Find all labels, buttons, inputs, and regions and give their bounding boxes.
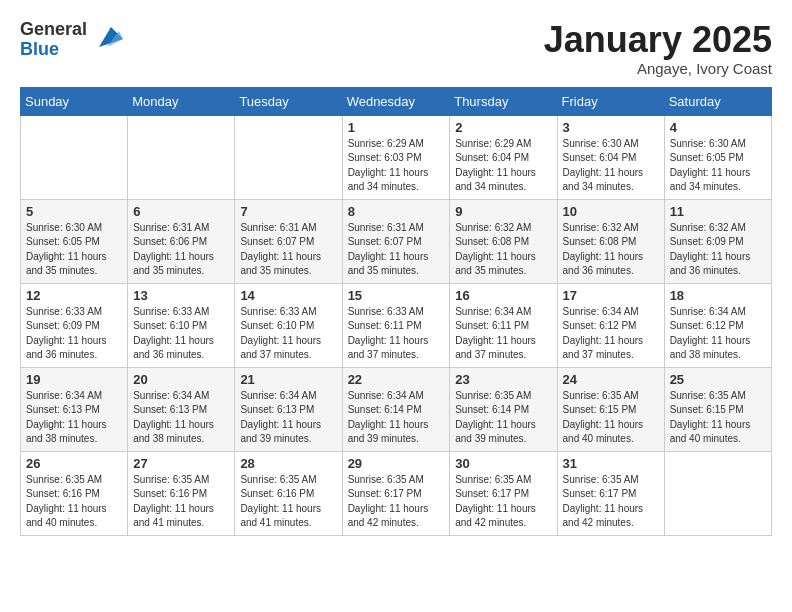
day-number: 25 (670, 372, 766, 387)
calendar-cell: 21Sunrise: 6:34 AM Sunset: 6:13 PM Dayli… (235, 367, 342, 451)
month-title: January 2025 (544, 20, 772, 60)
day-info: Sunrise: 6:29 AM Sunset: 6:03 PM Dayligh… (348, 137, 445, 195)
calendar-cell: 30Sunrise: 6:35 AM Sunset: 6:17 PM Dayli… (450, 451, 557, 535)
calendar-cell: 26Sunrise: 6:35 AM Sunset: 6:16 PM Dayli… (21, 451, 128, 535)
weekday-header: Sunday (21, 87, 128, 115)
day-number: 7 (240, 204, 336, 219)
calendar-cell: 1Sunrise: 6:29 AM Sunset: 6:03 PM Daylig… (342, 115, 450, 199)
day-info: Sunrise: 6:33 AM Sunset: 6:11 PM Dayligh… (348, 305, 445, 363)
day-number: 30 (455, 456, 551, 471)
day-number: 16 (455, 288, 551, 303)
calendar-cell (128, 115, 235, 199)
calendar-cell: 10Sunrise: 6:32 AM Sunset: 6:08 PM Dayli… (557, 199, 664, 283)
day-number: 5 (26, 204, 122, 219)
day-info: Sunrise: 6:34 AM Sunset: 6:13 PM Dayligh… (133, 389, 229, 447)
title-block: January 2025 Angaye, Ivory Coast (544, 20, 772, 77)
calendar-week-row: 19Sunrise: 6:34 AM Sunset: 6:13 PM Dayli… (21, 367, 772, 451)
day-number: 19 (26, 372, 122, 387)
calendar-cell (21, 115, 128, 199)
day-number: 6 (133, 204, 229, 219)
calendar-cell: 7Sunrise: 6:31 AM Sunset: 6:07 PM Daylig… (235, 199, 342, 283)
day-number: 24 (563, 372, 659, 387)
calendar-cell: 19Sunrise: 6:34 AM Sunset: 6:13 PM Dayli… (21, 367, 128, 451)
calendar-cell: 25Sunrise: 6:35 AM Sunset: 6:15 PM Dayli… (664, 367, 771, 451)
day-number: 3 (563, 120, 659, 135)
calendar-cell: 14Sunrise: 6:33 AM Sunset: 6:10 PM Dayli… (235, 283, 342, 367)
day-info: Sunrise: 6:34 AM Sunset: 6:11 PM Dayligh… (455, 305, 551, 363)
day-info: Sunrise: 6:35 AM Sunset: 6:15 PM Dayligh… (670, 389, 766, 447)
day-info: Sunrise: 6:32 AM Sunset: 6:08 PM Dayligh… (563, 221, 659, 279)
day-number: 9 (455, 204, 551, 219)
day-number: 11 (670, 204, 766, 219)
weekday-header-row: SundayMondayTuesdayWednesdayThursdayFrid… (21, 87, 772, 115)
day-info: Sunrise: 6:35 AM Sunset: 6:17 PM Dayligh… (563, 473, 659, 531)
day-info: Sunrise: 6:33 AM Sunset: 6:10 PM Dayligh… (240, 305, 336, 363)
day-number: 14 (240, 288, 336, 303)
calendar-cell: 2Sunrise: 6:29 AM Sunset: 6:04 PM Daylig… (450, 115, 557, 199)
day-number: 26 (26, 456, 122, 471)
day-info: Sunrise: 6:35 AM Sunset: 6:15 PM Dayligh… (563, 389, 659, 447)
day-info: Sunrise: 6:34 AM Sunset: 6:12 PM Dayligh… (563, 305, 659, 363)
day-info: Sunrise: 6:31 AM Sunset: 6:07 PM Dayligh… (240, 221, 336, 279)
calendar-cell (235, 115, 342, 199)
page-header: General Blue January 2025 Angaye, Ivory … (20, 20, 772, 77)
calendar-table: SundayMondayTuesdayWednesdayThursdayFrid… (20, 87, 772, 536)
calendar-cell (664, 451, 771, 535)
day-number: 15 (348, 288, 445, 303)
day-number: 13 (133, 288, 229, 303)
weekday-header: Wednesday (342, 87, 450, 115)
day-number: 22 (348, 372, 445, 387)
calendar-cell: 18Sunrise: 6:34 AM Sunset: 6:12 PM Dayli… (664, 283, 771, 367)
calendar-cell: 13Sunrise: 6:33 AM Sunset: 6:10 PM Dayli… (128, 283, 235, 367)
day-info: Sunrise: 6:32 AM Sunset: 6:08 PM Dayligh… (455, 221, 551, 279)
day-number: 17 (563, 288, 659, 303)
calendar-cell: 27Sunrise: 6:35 AM Sunset: 6:16 PM Dayli… (128, 451, 235, 535)
calendar-cell: 16Sunrise: 6:34 AM Sunset: 6:11 PM Dayli… (450, 283, 557, 367)
day-info: Sunrise: 6:34 AM Sunset: 6:13 PM Dayligh… (26, 389, 122, 447)
calendar-cell: 4Sunrise: 6:30 AM Sunset: 6:05 PM Daylig… (664, 115, 771, 199)
day-number: 12 (26, 288, 122, 303)
calendar-cell: 15Sunrise: 6:33 AM Sunset: 6:11 PM Dayli… (342, 283, 450, 367)
day-info: Sunrise: 6:34 AM Sunset: 6:13 PM Dayligh… (240, 389, 336, 447)
logo-blue: Blue (20, 39, 59, 59)
day-info: Sunrise: 6:31 AM Sunset: 6:06 PM Dayligh… (133, 221, 229, 279)
calendar-cell: 3Sunrise: 6:30 AM Sunset: 6:04 PM Daylig… (557, 115, 664, 199)
calendar-cell: 17Sunrise: 6:34 AM Sunset: 6:12 PM Dayli… (557, 283, 664, 367)
day-number: 29 (348, 456, 445, 471)
weekday-header: Monday (128, 87, 235, 115)
calendar-cell: 29Sunrise: 6:35 AM Sunset: 6:17 PM Dayli… (342, 451, 450, 535)
day-number: 1 (348, 120, 445, 135)
day-info: Sunrise: 6:30 AM Sunset: 6:04 PM Dayligh… (563, 137, 659, 195)
day-number: 31 (563, 456, 659, 471)
day-info: Sunrise: 6:34 AM Sunset: 6:12 PM Dayligh… (670, 305, 766, 363)
day-number: 18 (670, 288, 766, 303)
calendar-cell: 24Sunrise: 6:35 AM Sunset: 6:15 PM Dayli… (557, 367, 664, 451)
weekday-header: Tuesday (235, 87, 342, 115)
calendar-cell: 8Sunrise: 6:31 AM Sunset: 6:07 PM Daylig… (342, 199, 450, 283)
weekday-header: Friday (557, 87, 664, 115)
calendar-cell: 23Sunrise: 6:35 AM Sunset: 6:14 PM Dayli… (450, 367, 557, 451)
day-number: 20 (133, 372, 229, 387)
day-info: Sunrise: 6:34 AM Sunset: 6:14 PM Dayligh… (348, 389, 445, 447)
day-number: 23 (455, 372, 551, 387)
day-info: Sunrise: 6:35 AM Sunset: 6:16 PM Dayligh… (26, 473, 122, 531)
calendar-cell: 12Sunrise: 6:33 AM Sunset: 6:09 PM Dayli… (21, 283, 128, 367)
calendar-week-row: 26Sunrise: 6:35 AM Sunset: 6:16 PM Dayli… (21, 451, 772, 535)
day-info: Sunrise: 6:32 AM Sunset: 6:09 PM Dayligh… (670, 221, 766, 279)
day-info: Sunrise: 6:35 AM Sunset: 6:16 PM Dayligh… (133, 473, 229, 531)
calendar-week-row: 12Sunrise: 6:33 AM Sunset: 6:09 PM Dayli… (21, 283, 772, 367)
logo-general: General (20, 19, 87, 39)
calendar-week-row: 1Sunrise: 6:29 AM Sunset: 6:03 PM Daylig… (21, 115, 772, 199)
calendar-week-row: 5Sunrise: 6:30 AM Sunset: 6:05 PM Daylig… (21, 199, 772, 283)
day-number: 10 (563, 204, 659, 219)
day-info: Sunrise: 6:35 AM Sunset: 6:17 PM Dayligh… (348, 473, 445, 531)
calendar-cell: 6Sunrise: 6:31 AM Sunset: 6:06 PM Daylig… (128, 199, 235, 283)
day-info: Sunrise: 6:35 AM Sunset: 6:16 PM Dayligh… (240, 473, 336, 531)
day-info: Sunrise: 6:31 AM Sunset: 6:07 PM Dayligh… (348, 221, 445, 279)
day-info: Sunrise: 6:29 AM Sunset: 6:04 PM Dayligh… (455, 137, 551, 195)
day-number: 28 (240, 456, 336, 471)
logo: General Blue (20, 20, 123, 60)
day-info: Sunrise: 6:33 AM Sunset: 6:09 PM Dayligh… (26, 305, 122, 363)
day-number: 8 (348, 204, 445, 219)
calendar-cell: 5Sunrise: 6:30 AM Sunset: 6:05 PM Daylig… (21, 199, 128, 283)
